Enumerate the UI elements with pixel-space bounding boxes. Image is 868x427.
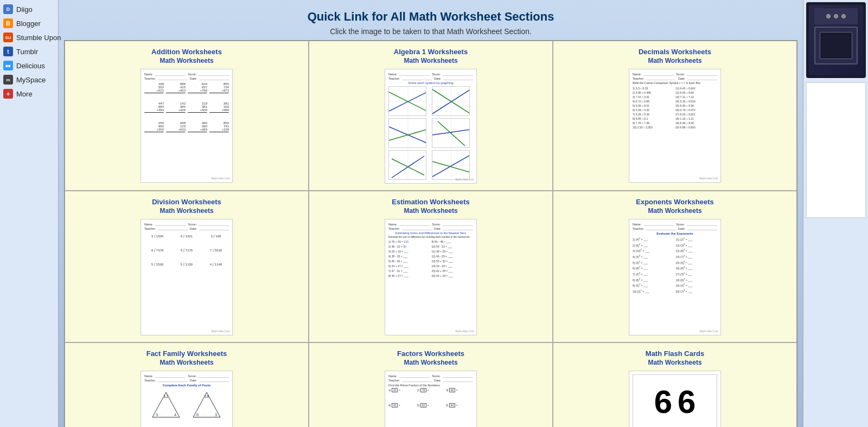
sidebar: D Diigo B Blogger SU Stumble Upon t Tumb… xyxy=(0,0,59,427)
ws-footer-division: Math-Aids.Com xyxy=(212,329,230,333)
flashcard-display: 6 6 xyxy=(633,374,717,427)
right-widget xyxy=(806,2,866,78)
ws-footer-addition: Math-Aids.Com xyxy=(212,177,230,180)
sidebar-label-diigo: Diigo xyxy=(16,5,33,14)
grid-cell-division[interactable]: Division Worksheets Math Worksheets Name… xyxy=(65,191,309,342)
delicious-icon: ■■ xyxy=(3,61,13,70)
ws-preview-algebra: Name:Score: Teacher:Date: Solve each sys… xyxy=(385,69,477,184)
cell-subtitle-division: Math Worksheets xyxy=(159,207,213,215)
ws-preview-factfamily: Name:Score: Teacher:Date: Complete Each … xyxy=(141,371,233,427)
worksheet-grid: Addition Worksheets Math Worksheets Name… xyxy=(64,40,797,427)
cell-subtitle-exponents: Math Worksheets xyxy=(648,207,701,215)
flashcard-number-left: 6 xyxy=(654,383,672,420)
grid-cell-decimals[interactable]: Decimals Worksheets Math Worksheets Name… xyxy=(553,41,797,191)
svg-text:3: 3 xyxy=(156,412,158,417)
sidebar-label-tumblr: Tumblr xyxy=(16,48,38,56)
diigo-icon: D xyxy=(3,4,13,14)
grid-cell-algebra[interactable]: Algebra 1 Worksheets Math Worksheets Nam… xyxy=(309,41,553,191)
oven-door xyxy=(814,27,858,64)
grid-cell-estimation[interactable]: Estimation Worksheets Math Worksheets Na… xyxy=(309,191,553,342)
svg-text:18: 18 xyxy=(205,394,209,399)
cell-subtitle-factors: Math Worksheets xyxy=(404,359,457,366)
ws-footer-estimation: Math-Aids.Com xyxy=(456,329,474,333)
cell-subtitle-flashcards: Math Worksheets xyxy=(648,359,701,366)
sidebar-label-myspace: MySpace xyxy=(16,76,46,84)
svg-text:6: 6 xyxy=(196,412,199,417)
oven-window xyxy=(820,32,852,59)
cell-subtitle-estimation: Math Worksheets xyxy=(404,207,457,215)
sidebar-item-diigo[interactable]: D Diigo xyxy=(0,2,58,16)
page-subtitle: Click the image to be taken to that Math… xyxy=(64,27,797,36)
grid-cell-addition[interactable]: Addition Worksheets Math Worksheets Name… xyxy=(65,41,309,191)
flashcard-number-right: 6 xyxy=(678,383,695,420)
sidebar-label-delicious: Delicious xyxy=(16,62,45,70)
ws-preview-division: Name:Score: Teacher:Date: 3 )‾1505 9 )‾1… xyxy=(141,219,233,335)
grid-cell-exponents[interactable]: Exponents Worksheets Math Worksheets Nam… xyxy=(553,191,797,342)
cell-title-exponents: Exponents Worksheets xyxy=(636,198,714,206)
oven-dial-3 xyxy=(841,14,846,18)
cell-title-flashcards: Math Flash Cards xyxy=(646,350,704,358)
sidebar-label-stumbleupon: Stumble Upon xyxy=(16,34,61,42)
grid-cell-flashcards[interactable]: Math Flash Cards Math Worksheets 6 6 Mat… xyxy=(553,342,797,427)
oven-icon xyxy=(809,5,863,75)
ws-preview-exponents: Name:Score: Teacher:Date: Evaluate the E… xyxy=(629,219,721,335)
ws-preview-decimals: Name:Score: Teacher:Date: Write the Corr… xyxy=(629,69,721,183)
cell-subtitle-addition: Math Worksheets xyxy=(159,57,213,64)
ws-footer-algebra: Math-Aids.Com xyxy=(456,178,474,181)
stumbleupon-icon: SU xyxy=(3,33,13,42)
main-content: Quick Link for All Math Worksheet Sectio… xyxy=(59,0,803,427)
sidebar-label-more: More xyxy=(16,90,33,98)
cell-title-division: Division Worksheets xyxy=(152,198,221,206)
sidebar-item-blogger[interactable]: B Blogger xyxy=(0,16,58,30)
sidebar-item-stumbleupon[interactable]: SU Stumble Upon xyxy=(0,30,58,44)
page-header: Quick Link for All Math Worksheet Sectio… xyxy=(64,0,797,40)
ws-preview-flashcards: 6 6 Math-Aids.Com xyxy=(629,371,721,427)
cell-subtitle-algebra: Math Worksheets xyxy=(404,57,457,64)
ws-footer-exponents: Math-Aids.Com xyxy=(700,329,718,333)
oven-dial-1 xyxy=(826,14,831,18)
cell-subtitle-factfamily: Math Worksheets xyxy=(159,359,213,366)
oven-top xyxy=(814,8,858,24)
ws-preview-estimation: Name:Score: Teacher:Date: Estimating Sum… xyxy=(385,219,477,335)
myspace-icon: m xyxy=(3,75,13,85)
ws-preview-factors: Name:Score: Teacher:Date: Find the Prime… xyxy=(385,371,477,427)
blogger-icon: B xyxy=(3,18,13,28)
svg-text:12: 12 xyxy=(164,394,169,399)
cell-title-decimals: Decimals Worksheets xyxy=(639,48,711,56)
cell-subtitle-decimals: Math Worksheets xyxy=(648,57,701,64)
grid-cell-factors[interactable]: Factors Worksheets Math Worksheets Name:… xyxy=(309,342,553,427)
cell-title-estimation: Estimation Worksheets xyxy=(392,198,470,206)
right-ad-space xyxy=(806,82,866,218)
grid-cell-factfamily[interactable]: Fact Family Worksheets Math Worksheets N… xyxy=(65,342,309,427)
right-sidebar xyxy=(803,0,868,427)
oven-dial-2 xyxy=(834,14,838,18)
sidebar-item-tumblr[interactable]: t Tumblr xyxy=(0,44,58,59)
svg-text:3: 3 xyxy=(215,412,218,417)
cell-title-algebra: Algebra 1 Worksheets xyxy=(394,48,468,56)
tumblr-icon: t xyxy=(3,47,13,56)
sidebar-label-blogger: Blogger xyxy=(16,20,41,28)
cell-title-factors: Factors Worksheets xyxy=(397,350,464,358)
more-icon: + xyxy=(3,89,13,99)
cell-title-factfamily: Fact Family Worksheets xyxy=(146,350,227,358)
sidebar-item-delicious[interactable]: ■■ Delicious xyxy=(0,59,58,73)
ws-footer-decimals: Math-Aids.Com xyxy=(700,177,718,180)
sidebar-item-myspace[interactable]: m MySpace xyxy=(0,73,58,87)
svg-text:4: 4 xyxy=(174,412,177,417)
ws-preview-addition: Name:Score: Teacher:Date: 168502+521 888… xyxy=(141,69,233,183)
sidebar-item-more[interactable]: + More xyxy=(0,87,58,101)
page-title: Quick Link for All Math Worksheet Sectio… xyxy=(64,10,797,24)
cell-title-addition: Addition Worksheets xyxy=(151,48,222,56)
